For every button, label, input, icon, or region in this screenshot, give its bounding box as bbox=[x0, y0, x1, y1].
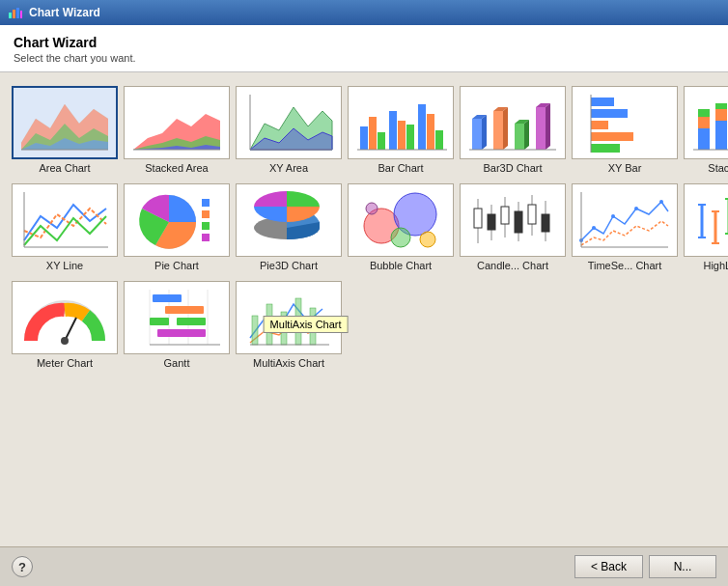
chart-item-xy-line[interactable]: XY Line bbox=[12, 181, 118, 273]
svg-rect-49 bbox=[715, 109, 727, 121]
svg-marker-31 bbox=[503, 107, 508, 150]
svg-marker-34 bbox=[524, 120, 529, 150]
svg-rect-84 bbox=[528, 205, 536, 224]
svg-rect-17 bbox=[369, 117, 377, 150]
chart-label-bar3d: Bar3D Chart bbox=[483, 162, 542, 174]
svg-rect-41 bbox=[591, 121, 608, 129]
svg-rect-76 bbox=[474, 209, 482, 228]
svg-rect-19 bbox=[389, 111, 397, 150]
svg-rect-1 bbox=[13, 10, 15, 18]
chart-thumb-pie bbox=[124, 183, 230, 257]
svg-rect-119 bbox=[165, 306, 204, 314]
svg-rect-39 bbox=[591, 98, 614, 106]
svg-rect-3 bbox=[20, 11, 22, 18]
chart-item-stacked-area[interactable]: Stacked Area bbox=[124, 84, 230, 176]
chart-thumb-area bbox=[12, 86, 118, 159]
svg-point-72 bbox=[391, 228, 410, 247]
svg-rect-124 bbox=[252, 316, 258, 345]
chart-item-gantt[interactable]: Gantt bbox=[124, 279, 230, 371]
chart-thumb-pie3d bbox=[236, 183, 342, 257]
svg-marker-28 bbox=[482, 115, 487, 150]
chart-thumb-gantt bbox=[124, 281, 230, 354]
chart-thumb-xy-bar bbox=[572, 86, 678, 159]
chart-label-pie3d: Pie3D Chart bbox=[260, 260, 318, 271]
svg-rect-26 bbox=[472, 119, 482, 150]
svg-rect-20 bbox=[398, 121, 406, 150]
chart-label-xy-bar: XY Bar bbox=[608, 162, 642, 174]
back-button[interactable]: < Back bbox=[574, 555, 643, 578]
chart-thumb-bar3d bbox=[460, 86, 566, 159]
chart-item-highlow[interactable]: HighLow Ch... bbox=[684, 181, 728, 273]
svg-rect-50 bbox=[715, 103, 727, 109]
title-bar: Chart Wizard bbox=[0, 0, 728, 25]
dialog-header-subtitle: Select the chart you want. bbox=[14, 52, 714, 64]
chart-label-multiaxis: MultiAxis Chart bbox=[253, 357, 324, 369]
chart-item-pie[interactable]: Pie Chart bbox=[124, 181, 230, 273]
svg-rect-48 bbox=[715, 121, 727, 150]
svg-point-88 bbox=[592, 226, 596, 230]
svg-point-74 bbox=[366, 203, 378, 214]
chart-label-xy-area: XY Area bbox=[269, 162, 308, 174]
next-button[interactable]: N... bbox=[649, 555, 716, 578]
chart-label-stacked-b: Stacked B... bbox=[708, 162, 728, 174]
chart-item-xy-area[interactable]: XY Area bbox=[236, 84, 342, 176]
help-button[interactable]: ? bbox=[12, 556, 33, 577]
svg-line-112 bbox=[65, 318, 76, 341]
dialog-footer: ? < Back N... bbox=[0, 546, 728, 586]
chart-thumb-bubble bbox=[348, 183, 454, 257]
svg-rect-64 bbox=[202, 199, 210, 207]
svg-rect-18 bbox=[378, 132, 385, 150]
chart-item-candle[interactable]: Candle... Chart bbox=[460, 181, 566, 273]
svg-rect-0 bbox=[9, 13, 12, 18]
chart-grid: Area Chart Stacked Area bbox=[12, 84, 716, 371]
svg-rect-86 bbox=[542, 214, 549, 232]
chart-label-highlow: HighLow Ch... bbox=[703, 260, 728, 271]
chart-item-meter[interactable]: Meter Chart bbox=[12, 279, 118, 371]
chart-label-pie: Pie Chart bbox=[154, 260, 199, 271]
footer-left: ? bbox=[12, 556, 33, 577]
svg-rect-80 bbox=[501, 207, 509, 224]
chart-label-xy-line: XY Line bbox=[46, 260, 83, 271]
svg-rect-21 bbox=[406, 125, 414, 150]
svg-rect-2 bbox=[16, 8, 19, 18]
chart-item-multiaxis[interactable]: MultiAxis Chart MultiAxis Chart bbox=[236, 279, 342, 371]
dialog-header-title: Chart Wizard bbox=[14, 35, 714, 50]
chart-thumb-stacked-area bbox=[124, 86, 230, 159]
chart-label-timese: TimeSe... Chart bbox=[588, 260, 662, 271]
multiaxis-tooltip: MultiAxis Chart bbox=[264, 316, 349, 333]
svg-rect-120 bbox=[150, 318, 169, 325]
svg-point-90 bbox=[634, 207, 638, 210]
footer-buttons: < Back N... bbox=[574, 555, 716, 578]
svg-rect-46 bbox=[698, 117, 710, 128]
svg-rect-82 bbox=[515, 211, 522, 233]
svg-rect-122 bbox=[157, 329, 206, 337]
chart-thumb-xy-line bbox=[12, 183, 118, 257]
dialog-body: Chart Wizard Select the chart you want. … bbox=[0, 25, 728, 586]
svg-rect-67 bbox=[202, 234, 210, 241]
dialog-header: Chart Wizard Select the chart you want. bbox=[0, 25, 728, 72]
chart-label-gantt: Gantt bbox=[164, 357, 190, 369]
svg-point-89 bbox=[611, 214, 615, 218]
chart-thumb-highlow bbox=[684, 183, 728, 257]
svg-rect-35 bbox=[536, 107, 546, 150]
chart-label-bar: Bar Chart bbox=[378, 162, 423, 174]
chart-item-bar3d[interactable]: Bar3D Chart bbox=[460, 84, 566, 176]
svg-rect-23 bbox=[427, 114, 434, 150]
chart-item-bar[interactable]: Bar Chart bbox=[348, 84, 454, 176]
svg-rect-40 bbox=[591, 109, 628, 118]
svg-rect-121 bbox=[177, 318, 206, 325]
chart-thumb-meter bbox=[12, 281, 118, 354]
chart-item-area[interactable]: Area Chart bbox=[12, 84, 118, 176]
chart-item-xy-bar[interactable]: XY Bar bbox=[572, 84, 678, 176]
chart-label-area: Area Chart bbox=[39, 162, 90, 174]
chart-thumb-timese bbox=[572, 183, 678, 257]
title-bar-icon bbox=[8, 5, 23, 20]
chart-label-bubble: Bubble Chart bbox=[370, 260, 432, 271]
svg-rect-78 bbox=[488, 214, 495, 230]
chart-item-timese[interactable]: TimeSe... Chart bbox=[572, 181, 678, 273]
svg-rect-45 bbox=[698, 128, 710, 150]
chart-item-bubble[interactable]: Bubble Chart bbox=[348, 181, 454, 273]
chart-item-pie3d[interactable]: Pie3D Chart bbox=[236, 181, 342, 273]
chart-item-stacked-b[interactable]: Stacked B... bbox=[684, 84, 728, 176]
svg-rect-16 bbox=[360, 126, 368, 150]
